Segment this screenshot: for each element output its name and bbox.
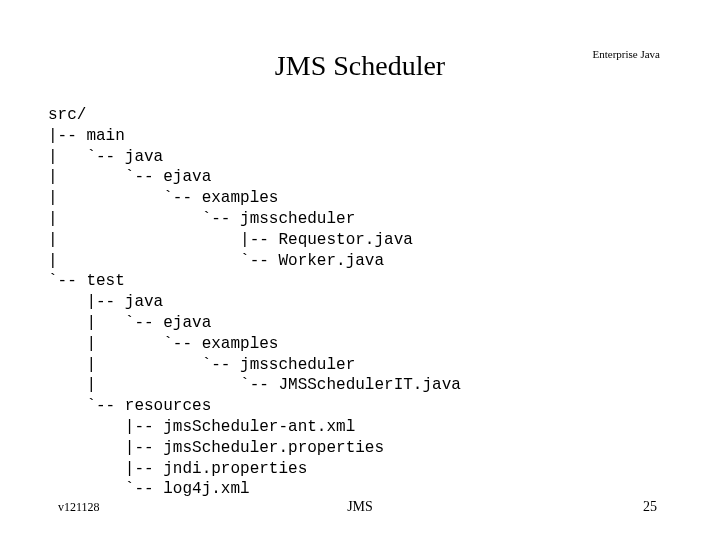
footer-page-number: 25 xyxy=(643,499,657,515)
footer-version: v121128 xyxy=(58,500,100,515)
footer-label: JMS xyxy=(347,499,373,515)
directory-tree: src/ |-- main | `-- java | `-- ejava | `… xyxy=(48,105,461,500)
header-subtitle: Enterprise Java xyxy=(593,48,661,60)
page-title: JMS Scheduler xyxy=(275,50,445,82)
